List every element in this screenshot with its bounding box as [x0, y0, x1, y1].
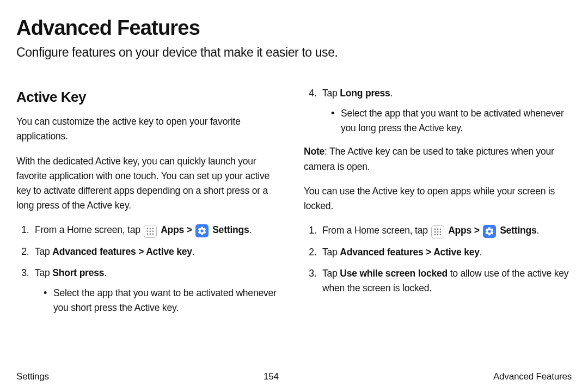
- svg-point-10: [437, 228, 439, 230]
- bullet-item: Select the app that you want to be activ…: [331, 106, 572, 136]
- page-subtitle: Configure features on your device that m…: [16, 45, 572, 60]
- step-item: Tap Long press. Select the app that you …: [319, 86, 572, 136]
- svg-point-17: [440, 234, 442, 235]
- step-bold: Advanced features > Active key: [52, 246, 192, 257]
- step-end: .: [104, 267, 107, 278]
- svg-point-8: [152, 234, 154, 235]
- svg-point-4: [150, 231, 151, 232]
- sub-bullet-list: Select the app that you want to be activ…: [322, 106, 572, 136]
- apps-label: Apps: [448, 225, 471, 236]
- settings-label: Settings: [212, 224, 249, 235]
- step-end: .: [390, 88, 393, 99]
- steps-list-left: From a Home screen, tap Apps > Settings.…: [16, 223, 284, 316]
- content-columns: Active Key You can customize the active …: [16, 86, 572, 324]
- step-bold: Advanced features > Active key: [340, 247, 479, 258]
- svg-point-16: [437, 234, 439, 235]
- page-footer: Settings 154 Advanced Features: [16, 371, 572, 382]
- apps-icon: [431, 225, 444, 238]
- svg-point-0: [147, 228, 149, 230]
- svg-point-3: [147, 231, 149, 232]
- apps-icon: [144, 225, 157, 238]
- svg-point-15: [434, 234, 436, 235]
- right-intro: You can use the Active key to open apps …: [304, 184, 572, 213]
- step-item: Tap Short press. Select the app that you…: [32, 266, 284, 315]
- svg-point-6: [147, 234, 149, 235]
- bullet-item: Select the app that you want to be activ…: [44, 286, 284, 315]
- separator: >: [184, 224, 194, 235]
- svg-point-14: [440, 231, 442, 232]
- step-text: Tap: [35, 246, 52, 257]
- step-text: From a Home screen, tap: [322, 225, 430, 236]
- step-item: From a Home screen, tap Apps > Settings.: [32, 223, 284, 238]
- settings-icon: [483, 225, 496, 238]
- step-item: From a Home screen, tap Apps > Settings.: [319, 223, 572, 238]
- svg-point-1: [150, 228, 151, 230]
- page-title: Advanced Features: [16, 16, 572, 40]
- sub-bullet-list: Select the app that you want to be activ…: [35, 286, 284, 315]
- svg-point-13: [437, 231, 439, 232]
- intro-paragraph-2: With the dedicated Active key, you can q…: [16, 154, 284, 213]
- steps-list-right: From a Home screen, tap Apps > Settings.…: [304, 223, 572, 296]
- step-item: Tap Use while screen locked to allow use…: [319, 266, 572, 296]
- svg-point-9: [434, 228, 436, 230]
- svg-point-12: [434, 231, 436, 232]
- svg-point-2: [152, 228, 154, 230]
- settings-label: Settings: [500, 225, 536, 236]
- intro-paragraph-1: You can customize the active key to open…: [16, 114, 284, 144]
- left-column: Active Key You can customize the active …: [16, 86, 284, 324]
- step-bold: Use while screen locked: [340, 268, 448, 279]
- footer-page-number: 154: [264, 371, 279, 382]
- svg-point-7: [150, 234, 151, 235]
- step-end: .: [480, 247, 482, 258]
- step-text: Tap: [322, 247, 340, 258]
- step-bold: Long press: [340, 88, 390, 99]
- right-column: Tap Long press. Select the app that you …: [304, 86, 572, 324]
- step-text: Tap: [322, 268, 340, 279]
- apps-label: Apps: [161, 224, 184, 235]
- settings-icon: [195, 224, 209, 237]
- footer-left: Settings: [16, 371, 49, 382]
- svg-point-11: [440, 228, 442, 230]
- step-end: .: [537, 225, 540, 236]
- step-text: Tap: [322, 88, 340, 99]
- note-label: Note: [304, 146, 324, 157]
- step-text: From a Home screen, tap: [35, 224, 143, 235]
- separator: >: [471, 225, 482, 236]
- section-heading: Active Key: [16, 86, 284, 108]
- step-item: Tap Advanced features > Active key.: [32, 244, 284, 259]
- steps-list-right-top: Tap Long press. Select the app that you …: [304, 86, 572, 136]
- footer-right: Advanced Features: [493, 371, 572, 382]
- note-paragraph: Note: The Active key can be used to take…: [304, 144, 572, 174]
- svg-point-5: [152, 231, 154, 232]
- step-bold: Short press: [52, 267, 104, 278]
- step-end: .: [192, 246, 195, 257]
- note-text: : The Active key can be used to take pic…: [304, 146, 554, 171]
- step-text: Tap: [35, 267, 52, 278]
- step-item: Tap Advanced features > Active key.: [319, 245, 572, 260]
- step-end: .: [249, 224, 252, 235]
